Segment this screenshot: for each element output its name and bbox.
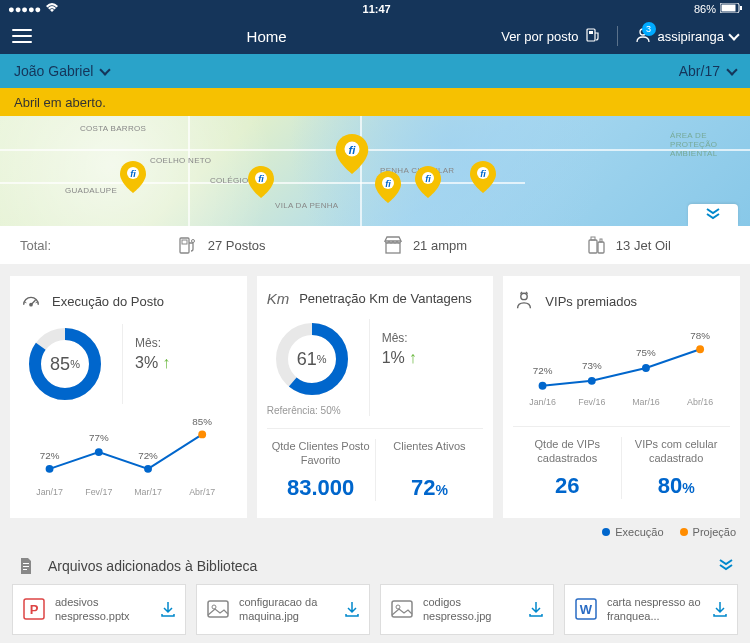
vip-icon [513, 290, 535, 312]
user-menu-button[interactable]: 3 assipiranga [634, 26, 739, 47]
card-penetracao[interactable]: Km Penetração Km de Vantagens 61% Referê… [257, 276, 494, 518]
files-expand-button[interactable] [718, 558, 734, 574]
map-pin[interactable]: fi [335, 134, 369, 174]
status-time: 11:47 [363, 3, 391, 15]
svg-text:fi: fi [425, 174, 431, 184]
svg-rect-21 [386, 243, 400, 253]
stats-postos: 27 Postos [120, 235, 323, 255]
svg-line-28 [25, 302, 27, 303]
stats-ampm: 21 ampm [323, 235, 526, 255]
file-item[interactable]: configuracao da maquina.jpg [196, 584, 370, 635]
chevron-down-icon [100, 64, 111, 75]
card-execucao[interactable]: Execução do Posto 85% Mês: 3% ↑ 72% 77% … [10, 276, 247, 518]
svg-text:fi: fi [385, 179, 391, 189]
svg-text:75%: 75% [636, 347, 656, 358]
vips-chart: 72% 73% 75% 78% Jan/16 Fev/16 Mar/16 Abr… [513, 324, 730, 414]
page-title: Home [247, 28, 287, 45]
arrow-up-icon: ↑ [162, 354, 170, 372]
gas-pump-icon [178, 235, 198, 255]
gas-pump-icon [585, 27, 601, 46]
card-title: Penetração Km de Vantagens [299, 291, 472, 306]
map-pin[interactable]: fi [415, 166, 441, 198]
download-icon[interactable] [527, 600, 545, 618]
svg-point-20 [191, 240, 194, 243]
stats-bar: Total: 27 Postos 21 ampm 13 Jet Oil [0, 226, 750, 264]
stats-jetoil: 13 Jet Oil [527, 235, 730, 255]
month-label: Mês: [135, 336, 237, 350]
svg-text:W: W [580, 602, 593, 617]
files-section-header: Arquivos adicionados à Biblioteca [0, 548, 750, 584]
app-header: Home Ver por posto 3 assipiranga [0, 18, 750, 54]
signal-dots-icon: ●●●●● [8, 3, 41, 15]
sub-header: João Gabriel Abr/17 [0, 54, 750, 88]
svg-point-67 [396, 605, 400, 609]
svg-point-46 [521, 293, 527, 299]
image-file-icon [389, 596, 415, 622]
gauge-icon [20, 290, 42, 312]
download-icon[interactable] [343, 600, 361, 618]
view-by-station-button[interactable]: Ver por posto [501, 27, 600, 46]
svg-rect-64 [208, 601, 228, 617]
svg-text:Mar/16: Mar/16 [633, 397, 661, 407]
svg-point-53 [642, 364, 650, 372]
alert-bar: Abril em aberto. [0, 88, 750, 116]
svg-text:73%: 73% [582, 360, 602, 371]
document-icon [16, 556, 36, 576]
map-label: ÁREA DE PROTEÇÃO AMBIENTAL [670, 131, 730, 158]
svg-rect-22 [589, 240, 597, 253]
map-pin[interactable]: fi [120, 161, 146, 193]
files-row: P adesivos nespresso.pptx configuracao d… [0, 584, 750, 643]
map[interactable]: COSTA BARROS COELHO NETO GUADALUPE COLÉG… [0, 116, 750, 226]
user-selector[interactable]: João Gabriel [14, 63, 109, 79]
svg-rect-25 [600, 239, 602, 242]
download-icon[interactable] [159, 600, 177, 618]
svg-text:P: P [30, 602, 39, 617]
map-label: COELHO NETO [150, 156, 211, 165]
svg-rect-2 [740, 6, 742, 10]
svg-rect-61 [23, 569, 27, 570]
period-selector[interactable]: Abr/17 [679, 63, 736, 79]
svg-rect-60 [23, 566, 29, 567]
svg-point-36 [46, 465, 54, 473]
battery-icon [720, 3, 742, 15]
arrow-up-icon: ↑ [409, 349, 417, 367]
svg-point-38 [144, 465, 152, 473]
notification-badge: 3 [642, 22, 656, 36]
svg-text:85%: 85% [192, 416, 212, 427]
svg-line-27 [31, 300, 36, 305]
svg-text:Mar/17: Mar/17 [134, 487, 162, 497]
svg-point-65 [212, 605, 216, 609]
image-file-icon [205, 596, 231, 622]
month-label: Mês: [382, 331, 484, 345]
file-item[interactable]: P adesivos nespresso.pptx [12, 584, 186, 635]
svg-rect-19 [182, 240, 187, 244]
map-pin[interactable]: fi [248, 166, 274, 198]
file-item[interactable]: W carta nespresso ao franquea... [564, 584, 738, 635]
download-icon[interactable] [711, 600, 729, 618]
svg-text:Jan/16: Jan/16 [530, 397, 557, 407]
svg-text:Fev/16: Fev/16 [579, 397, 606, 407]
stats-total-label: Total: [20, 238, 120, 253]
oil-icon [586, 235, 606, 255]
legend-dot-proj [680, 528, 688, 536]
svg-rect-24 [598, 242, 604, 253]
map-expand-button[interactable] [688, 204, 738, 226]
chart-legend: Execução Projeção [0, 522, 750, 548]
file-item[interactable]: codigos nespresso.jpg [380, 584, 554, 635]
map-pin[interactable]: fi [470, 161, 496, 193]
ppt-file-icon: P [21, 596, 47, 622]
svg-text:fi: fi [480, 169, 486, 179]
map-label: COLÉGIO [210, 176, 249, 185]
svg-rect-4 [589, 31, 593, 34]
status-bar: ●●●●● 11:47 86% [0, 0, 750, 18]
execucao-chart: 72% 77% 72% 85% Jan/17 Fev/17 Mar/17 Abr… [20, 414, 237, 504]
svg-text:fi: fi [349, 144, 357, 156]
map-label: COSTA BARROS [80, 124, 146, 133]
chevron-double-down-icon [705, 206, 721, 224]
card-vips[interactable]: VIPs premiados 72% 73% 75% 78% Jan/16 Fe… [503, 276, 740, 518]
menu-button[interactable] [12, 29, 32, 43]
svg-point-52 [588, 377, 596, 385]
map-pin[interactable]: fi [375, 171, 401, 203]
svg-rect-23 [591, 237, 595, 240]
alert-text: Abril em aberto. [14, 95, 106, 110]
